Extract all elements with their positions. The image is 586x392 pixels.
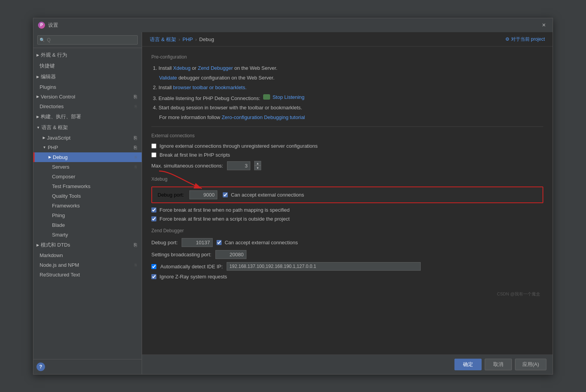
step4-text: 4. Start debug session in browser with t… (153, 105, 302, 111)
sidebar-item-label: Phing (52, 212, 65, 218)
zend-debugger-link[interactable]: Zend Debugger (198, 65, 233, 71)
main-content: 🔍 ▶ 外观 & 行为 快捷键 ▶ (33, 32, 553, 374)
sidebar-item-php[interactable]: ▼ PHP ⎘ (33, 143, 142, 152)
sidebar-item-test-frameworks[interactable]: Test Frameworks (33, 181, 142, 191)
step4-info: For more information follow Zero-configu… (151, 114, 543, 120)
sidebar-item-composer[interactable]: Composer (33, 172, 142, 181)
arrow-icon: ▶ (36, 243, 39, 247)
sidebar-item-plugins[interactable]: Plugins (33, 82, 142, 92)
item-left: Test Frameworks (52, 183, 90, 189)
force-break1-checkbox[interactable] (151, 207, 156, 212)
sidebar-item-quality-tools[interactable]: Quality Tools (33, 191, 142, 201)
can-accept-row: Can accept external connections (223, 192, 304, 198)
break-first-row: Break at first line in PHP scripts (151, 152, 543, 158)
xdebug-title: Xdebug (151, 176, 543, 182)
app-icon: P (38, 22, 45, 29)
sidebar-item-directories[interactable]: Directories ⎘ (33, 102, 142, 111)
main-panel: 语言 & 框架 › PHP › Debug ⚙ 对于当前 project Pre… (142, 32, 553, 374)
breadcrumb-debug: Debug (199, 36, 214, 42)
ok-button[interactable]: 确定 (454, 359, 482, 370)
sidebar-list: ▶ 外观 & 行为 快捷键 ▶ 编辑器 Plugins (33, 48, 142, 359)
close-button[interactable]: × (540, 21, 548, 29)
title-bar: P 设置 × (33, 18, 553, 32)
auto-detect-row: Automatically detect IDE IP: (151, 262, 543, 271)
item-left: Composer (52, 174, 75, 180)
zend-section: Zend Debugger Debug port: Can accept ext… (151, 228, 543, 280)
item-left: Blade (52, 222, 65, 228)
ignore-ext-checkbox[interactable] (151, 143, 156, 149)
sidebar-item-javascript[interactable]: ▶ JavaScript ⎘ (33, 133, 142, 143)
auto-detect-checkbox[interactable] (151, 264, 156, 269)
sidebar-item-phing[interactable]: Phing (33, 211, 142, 220)
search-input[interactable] (37, 35, 138, 45)
sidebar-item-label: Servers (52, 164, 69, 170)
breadcrumb-lang-framework[interactable]: 语言 & 框架 (150, 36, 176, 43)
item-left: Node.js and NPM (40, 262, 79, 268)
sidebar-item-servers[interactable]: Servers ⎘ (33, 162, 142, 172)
force-break2-checkbox[interactable] (151, 216, 156, 221)
copy-icon: ⎘ (134, 94, 137, 100)
max-conn-input[interactable] (227, 161, 250, 170)
can-accept-checkbox[interactable] (223, 192, 228, 197)
sidebar-item-frameworks[interactable]: Frameworks (33, 201, 142, 211)
settings-window: P 设置 × 🔍 ▶ 外观 & 行为 (33, 18, 553, 375)
sidebar-item-restructured-text[interactable]: ReStructured Text (33, 270, 142, 280)
auto-detect-input[interactable] (227, 262, 421, 271)
copy-icon: ⎘ (135, 104, 137, 109)
browser-toolbar-link[interactable]: browser toolbar or bookmarklets. (173, 85, 246, 90)
auto-detect-label: Automatically detect IDE IP: (160, 264, 223, 269)
stop-listening-link[interactable]: Stop Listening (272, 94, 304, 100)
zend-accept-checkbox[interactable] (217, 240, 222, 245)
sidebar-item-editor[interactable]: ▶ 编辑器 (33, 71, 142, 82)
apply-button[interactable]: 应用(A) (515, 359, 546, 370)
item-left: Smarty (52, 232, 68, 238)
copy-icon: ⎘ (134, 145, 137, 150)
step4: 4. Start debug session in browser with t… (151, 105, 543, 111)
spinner-down[interactable]: ▼ (254, 166, 261, 170)
sidebar-item-appearance[interactable]: ▶ 外观 & 行为 (33, 50, 142, 60)
sidebar-item-mode-dtd[interactable]: ▶ 模式和 DTDs ⎘ (33, 240, 142, 250)
step3: 3. Enable listening for PHP Debug Connec… (151, 94, 543, 101)
step2: 2. Install browser toolbar or bookmarkle… (151, 85, 543, 90)
sidebar-item-shortcuts[interactable]: 快捷键 (33, 60, 142, 71)
max-conn-spinner: ▲ ▼ (254, 161, 261, 170)
zend-port-input[interactable] (182, 238, 213, 247)
sidebar-item-label: Composer (52, 174, 75, 180)
divider1 (151, 126, 543, 127)
sidebar-item-blade[interactable]: Blade (33, 220, 142, 230)
copy-icon: ⎘ (134, 135, 137, 141)
xdebug-link[interactable]: Xdebug (173, 65, 191, 71)
copy-icon: ⎘ (135, 155, 137, 159)
ext-conn-label: External connections (151, 133, 543, 138)
validate-link[interactable]: Validate (159, 75, 177, 81)
copy-icon: ⎘ (134, 242, 137, 248)
sidebar-item-debug[interactable]: ▶ Debug ⎘ (33, 152, 142, 162)
step1-end: on the Web Server. (234, 65, 277, 71)
watermark: CSDN @我有一个魔盒 (151, 290, 543, 298)
can-accept-label: Can accept external connections (231, 192, 304, 198)
sidebar-item-nodejs-npm[interactable]: Node.js and NPM ⎘ (33, 260, 142, 270)
spinner-up[interactable]: ▲ (254, 161, 261, 166)
zend-port-label: Debug port: (151, 240, 178, 245)
cancel-button[interactable]: 取消 (485, 359, 512, 370)
sidebar-item-label: JavaScript (47, 135, 71, 141)
sidebar-item-markdown[interactable]: Markdown (33, 250, 142, 260)
sidebar-item-smarty[interactable]: Smarty (33, 230, 142, 240)
broadcast-input[interactable] (215, 250, 246, 259)
sidebar-item-label: Frameworks (52, 203, 80, 209)
ignore-zray-checkbox[interactable] (151, 274, 156, 279)
sidebar-item-lang-framework[interactable]: ▼ 语言 & 框架 (33, 122, 142, 133)
sidebar-item-label: Plugins (40, 84, 56, 90)
sidebar-item-build[interactable]: ▶ 构建、执行、部署 (33, 111, 142, 122)
breadcrumb-php[interactable]: PHP (182, 36, 193, 42)
break-first-checkbox[interactable] (151, 152, 156, 157)
sidebar-item-version-control[interactable]: ▶ Version Control ⎘ (33, 92, 142, 102)
for-project-link[interactable]: ⚙ 对于当前 project (505, 36, 545, 43)
debug-port-input[interactable] (189, 190, 217, 199)
zend-title: Zend Debugger (151, 228, 543, 233)
search-icon: 🔍 (40, 37, 45, 42)
break-first-label: Break at first line in PHP scripts (160, 152, 230, 158)
zero-config-link[interactable]: Zero-configuration Debugging tutorial (222, 114, 305, 120)
force-break2-label: Force break at first line when a script … (160, 216, 290, 222)
help-button[interactable]: ? (36, 363, 45, 371)
